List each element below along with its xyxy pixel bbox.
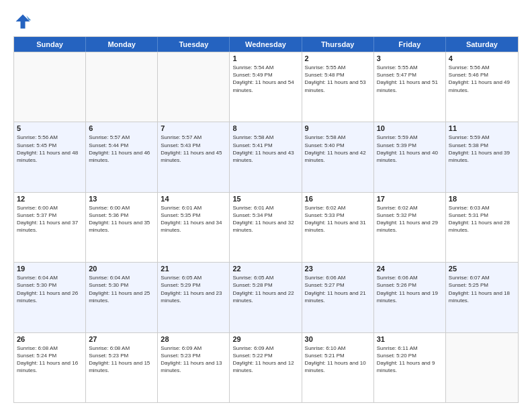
day-header-sunday: Sunday xyxy=(14,37,86,52)
calendar-cell-2: 2Sunrise: 5:55 AM Sunset: 5:48 PM Daylig… xyxy=(302,52,374,122)
calendar-cell-14: 14Sunrise: 6:01 AM Sunset: 5:35 PM Dayli… xyxy=(158,193,230,262)
calendar-cell-19: 19Sunrise: 6:04 AM Sunset: 5:30 PM Dayli… xyxy=(14,263,86,332)
cell-info-31: Sunrise: 6:11 AM Sunset: 5:20 PM Dayligh… xyxy=(377,345,443,375)
cell-info-14: Sunrise: 6:01 AM Sunset: 5:35 PM Dayligh… xyxy=(161,204,226,234)
cell-info-28: Sunrise: 6:09 AM Sunset: 5:23 PM Dayligh… xyxy=(161,345,226,375)
calendar-cell-21: 21Sunrise: 6:05 AM Sunset: 5:29 PM Dayli… xyxy=(158,263,230,332)
cell-date-18: 18 xyxy=(449,195,515,203)
calendar-cell-29: 29Sunrise: 6:09 AM Sunset: 5:22 PM Dayli… xyxy=(230,333,302,402)
cell-info-23: Sunrise: 6:06 AM Sunset: 5:27 PM Dayligh… xyxy=(305,274,371,304)
calendar-row-0: 1Sunrise: 5:54 AM Sunset: 5:49 PM Daylig… xyxy=(14,52,518,122)
cell-info-12: Sunrise: 6:00 AM Sunset: 5:37 PM Dayligh… xyxy=(17,204,83,234)
calendar-cell-empty-0-0 xyxy=(14,52,86,122)
cell-date-25: 25 xyxy=(449,265,515,273)
page-header xyxy=(13,12,519,31)
cell-date-15: 15 xyxy=(232,195,298,203)
calendar-cell-empty-0-2 xyxy=(158,52,230,122)
cell-date-31: 31 xyxy=(377,335,443,343)
calendar-cell-12: 12Sunrise: 6:00 AM Sunset: 5:37 PM Dayli… xyxy=(14,193,86,262)
cell-info-21: Sunrise: 6:05 AM Sunset: 5:29 PM Dayligh… xyxy=(161,274,226,304)
cell-info-30: Sunrise: 6:10 AM Sunset: 5:21 PM Dayligh… xyxy=(305,345,371,375)
calendar-cell-10: 10Sunrise: 5:59 AM Sunset: 5:39 PM Dayli… xyxy=(374,122,446,191)
cell-date-10: 10 xyxy=(377,124,443,132)
cell-info-6: Sunrise: 5:57 AM Sunset: 5:44 PM Dayligh… xyxy=(89,134,154,164)
calendar-cell-28: 28Sunrise: 6:09 AM Sunset: 5:23 PM Dayli… xyxy=(158,333,230,402)
day-header-friday: Friday xyxy=(374,37,446,52)
cell-date-9: 9 xyxy=(305,124,371,132)
cell-info-24: Sunrise: 6:06 AM Sunset: 5:26 PM Dayligh… xyxy=(377,274,443,304)
calendar-cell-15: 15Sunrise: 6:01 AM Sunset: 5:34 PM Dayli… xyxy=(230,193,302,262)
cell-info-8: Sunrise: 5:58 AM Sunset: 5:41 PM Dayligh… xyxy=(232,134,298,164)
cell-date-5: 5 xyxy=(17,124,83,132)
cell-info-22: Sunrise: 6:05 AM Sunset: 5:28 PM Dayligh… xyxy=(232,274,298,304)
calendar-cell-27: 27Sunrise: 6:08 AM Sunset: 5:23 PM Dayli… xyxy=(86,333,158,402)
calendar-cell-31: 31Sunrise: 6:11 AM Sunset: 5:20 PM Dayli… xyxy=(374,333,446,402)
cell-info-13: Sunrise: 6:00 AM Sunset: 5:36 PM Dayligh… xyxy=(89,204,154,234)
cell-info-27: Sunrise: 6:08 AM Sunset: 5:23 PM Dayligh… xyxy=(89,345,154,375)
cell-date-23: 23 xyxy=(305,265,371,273)
calendar-cell-23: 23Sunrise: 6:06 AM Sunset: 5:27 PM Dayli… xyxy=(302,263,374,332)
calendar-body: 1Sunrise: 5:54 AM Sunset: 5:49 PM Daylig… xyxy=(14,52,518,402)
calendar-cell-13: 13Sunrise: 6:00 AM Sunset: 5:36 PM Dayli… xyxy=(86,193,158,262)
cell-date-7: 7 xyxy=(161,124,226,132)
calendar-cell-20: 20Sunrise: 6:04 AM Sunset: 5:30 PM Dayli… xyxy=(86,263,158,332)
calendar-cell-30: 30Sunrise: 6:10 AM Sunset: 5:21 PM Dayli… xyxy=(302,333,374,402)
calendar-page: SundayMondayTuesdayWednesdayThursdayFrid… xyxy=(0,0,532,411)
cell-date-8: 8 xyxy=(232,124,298,132)
cell-info-1: Sunrise: 5:54 AM Sunset: 5:49 PM Dayligh… xyxy=(232,64,298,94)
cell-date-6: 6 xyxy=(89,124,154,132)
day-header-tuesday: Tuesday xyxy=(158,37,230,52)
calendar-cell-3: 3Sunrise: 5:55 AM Sunset: 5:47 PM Daylig… xyxy=(374,52,446,122)
cell-date-13: 13 xyxy=(89,195,154,203)
calendar-cell-8: 8Sunrise: 5:58 AM Sunset: 5:41 PM Daylig… xyxy=(230,122,302,191)
cell-info-10: Sunrise: 5:59 AM Sunset: 5:39 PM Dayligh… xyxy=(377,134,443,164)
calendar-cell-25: 25Sunrise: 6:07 AM Sunset: 5:25 PM Dayli… xyxy=(446,263,518,332)
cell-info-15: Sunrise: 6:01 AM Sunset: 5:34 PM Dayligh… xyxy=(232,204,298,234)
cell-date-1: 1 xyxy=(232,54,298,62)
cell-date-24: 24 xyxy=(377,265,443,273)
calendar-row-2: 12Sunrise: 6:00 AM Sunset: 5:37 PM Dayli… xyxy=(14,192,518,262)
cell-date-22: 22 xyxy=(232,265,298,273)
cell-date-14: 14 xyxy=(161,195,226,203)
cell-date-21: 21 xyxy=(161,265,226,273)
calendar-cell-empty-4-6 xyxy=(446,333,518,402)
calendar-cell-22: 22Sunrise: 6:05 AM Sunset: 5:28 PM Dayli… xyxy=(230,263,302,332)
logo-icon xyxy=(13,12,32,31)
cell-date-12: 12 xyxy=(17,195,83,203)
calendar-cell-11: 11Sunrise: 5:59 AM Sunset: 5:38 PM Dayli… xyxy=(446,122,518,191)
calendar-cell-16: 16Sunrise: 6:02 AM Sunset: 5:33 PM Dayli… xyxy=(302,193,374,262)
cell-date-20: 20 xyxy=(89,265,154,273)
cell-info-26: Sunrise: 6:08 AM Sunset: 5:24 PM Dayligh… xyxy=(17,345,83,375)
calendar-cell-1: 1Sunrise: 5:54 AM Sunset: 5:49 PM Daylig… xyxy=(230,52,302,122)
cell-info-20: Sunrise: 6:04 AM Sunset: 5:30 PM Dayligh… xyxy=(89,274,154,304)
calendar-cell-4: 4Sunrise: 5:56 AM Sunset: 5:46 PM Daylig… xyxy=(446,52,518,122)
cell-date-19: 19 xyxy=(17,265,83,273)
cell-date-28: 28 xyxy=(161,335,226,343)
calendar-row-1: 5Sunrise: 5:56 AM Sunset: 5:45 PM Daylig… xyxy=(14,122,518,191)
calendar-cell-7: 7Sunrise: 5:57 AM Sunset: 5:43 PM Daylig… xyxy=(158,122,230,191)
cell-date-26: 26 xyxy=(17,335,83,343)
cell-info-4: Sunrise: 5:56 AM Sunset: 5:46 PM Dayligh… xyxy=(449,64,515,94)
cell-date-11: 11 xyxy=(449,124,515,132)
cell-info-25: Sunrise: 6:07 AM Sunset: 5:25 PM Dayligh… xyxy=(449,274,515,304)
calendar-cell-17: 17Sunrise: 6:02 AM Sunset: 5:32 PM Dayli… xyxy=(374,193,446,262)
cell-date-3: 3 xyxy=(377,54,443,62)
cell-date-29: 29 xyxy=(232,335,298,343)
cell-info-7: Sunrise: 5:57 AM Sunset: 5:43 PM Dayligh… xyxy=(161,134,226,164)
calendar-cell-5: 5Sunrise: 5:56 AM Sunset: 5:45 PM Daylig… xyxy=(14,122,86,191)
svg-marker-1 xyxy=(16,15,30,29)
cell-info-18: Sunrise: 6:03 AM Sunset: 5:31 PM Dayligh… xyxy=(449,204,515,234)
cell-date-4: 4 xyxy=(449,54,515,62)
cell-date-2: 2 xyxy=(305,54,371,62)
calendar-cell-9: 9Sunrise: 5:58 AM Sunset: 5:40 PM Daylig… xyxy=(302,122,374,191)
calendar: SundayMondayTuesdayWednesdayThursdayFrid… xyxy=(13,36,519,403)
calendar-row-3: 19Sunrise: 6:04 AM Sunset: 5:30 PM Dayli… xyxy=(14,262,518,332)
calendar-cell-24: 24Sunrise: 6:06 AM Sunset: 5:26 PM Dayli… xyxy=(374,263,446,332)
day-header-saturday: Saturday xyxy=(446,37,518,52)
day-header-thursday: Thursday xyxy=(302,37,374,52)
calendar-cell-empty-0-1 xyxy=(86,52,158,122)
day-header-monday: Monday xyxy=(86,37,158,52)
cell-date-30: 30 xyxy=(305,335,371,343)
calendar-cell-18: 18Sunrise: 6:03 AM Sunset: 5:31 PM Dayli… xyxy=(446,193,518,262)
logo xyxy=(13,12,35,31)
